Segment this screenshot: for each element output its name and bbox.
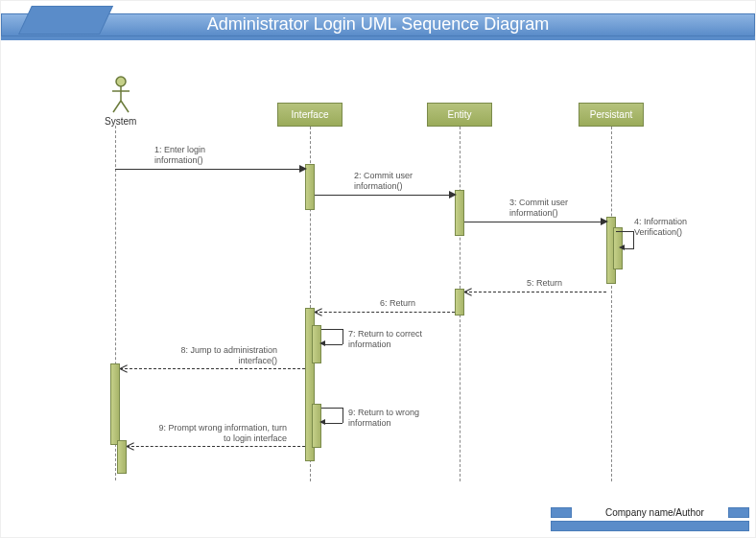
msg-7-side [343,329,343,344]
msg-7-label: 7: Return to correct information [348,329,435,350]
lifeline-line-persistant [611,127,612,481]
msg-5-arrowhead [464,292,472,292]
msg-9a-bottom [325,423,343,424]
msg-1-label: 1: Enter login information() [154,145,241,166]
svg-line-3 [113,101,121,112]
msg-7-bottom [325,344,343,345]
msg-8-label: 8: Jump to administration interface() [162,345,277,366]
msg-5-label: 5: Return [527,278,562,289]
msg-8-arrowhead [120,368,128,369]
svg-point-0 [116,77,126,86]
msg-9a-top [321,408,343,409]
activation-entity-2 [455,289,464,316]
msg-7-arrowhead [319,340,325,346]
footer-accent-right [728,507,749,518]
msg-4-arrowhead [619,245,625,250]
actor-icon [110,76,131,114]
msg-4-top [616,231,633,232]
activation-system-2 [117,440,127,474]
lifeline-persistant: Persistant [579,103,644,127]
actor-label: System [105,116,136,127]
msg-9b-label: 9: Prompt wrong information, turn to log… [153,423,287,444]
msg-5-arrow [464,292,606,292]
msg-9b-arrowhead [127,446,134,447]
actor-system: System [105,76,136,127]
msg-9a-label: 9: Return to wrong information [348,408,435,429]
msg-6-label: 6: Return [380,298,415,309]
header-bar-accent [1,36,755,40]
msg-7-top [321,329,343,330]
activation-system-1 [110,363,120,445]
msg-1-arrowhead [299,165,307,173]
svg-line-4 [121,101,129,112]
lifeline-interface: Interface [277,103,343,127]
msg-4-side [633,231,634,248]
msg-9a-arrowhead [319,419,325,425]
msg-4-label: 4: Information Verification() [634,217,701,238]
msg-3-arrowhead [601,218,608,225]
msg-2-arrowhead [449,191,457,199]
msg-6-arrow [315,312,455,313]
msg-6-arrowhead [315,312,322,313]
footer-accent-left [551,507,572,518]
activation-interface-self-2 [312,404,321,448]
footer-author: Company name/Author [605,507,704,518]
msg-2-label: 2: Commit user information() [354,171,440,192]
msg-3-arrow [464,222,606,222]
lifeline-entity: Entity [427,103,492,127]
msg-2-arrow [315,195,455,196]
msg-9a-side [343,408,343,423]
diagram-title: Administrator Login UML Sequence Diagram [1,14,755,35]
footer-bar [551,521,749,531]
msg-9b-arrow [127,446,305,447]
msg-3-label: 3: Commit user information() [509,198,596,219]
msg-8-arrow [120,368,305,369]
msg-1-arrow [115,169,305,170]
